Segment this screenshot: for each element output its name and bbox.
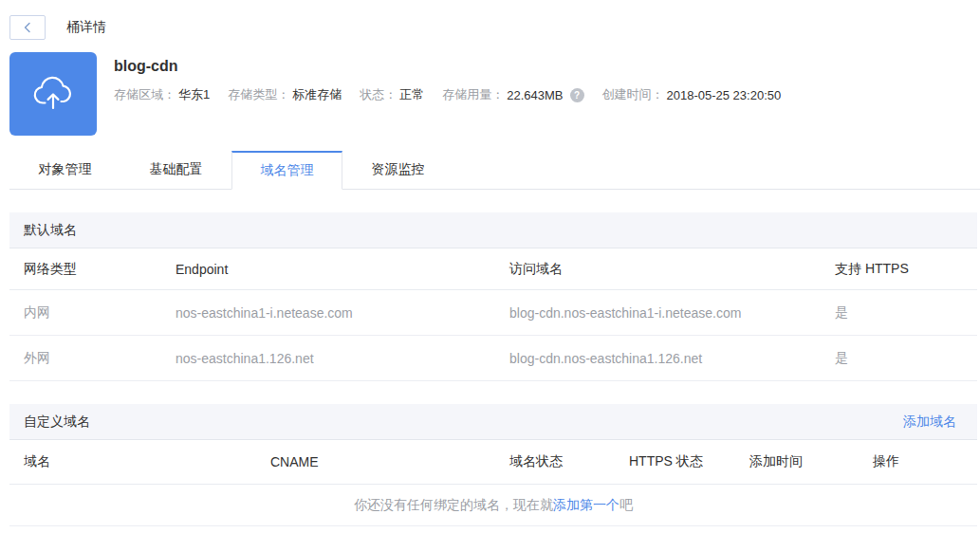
cell-https-support: 是 [835,304,977,322]
column-header-endpoint: Endpoint [176,262,509,277]
cloud-upload-icon [28,68,78,119]
info-value: 标准存储 [292,86,342,103]
tab-object-management[interactable]: 对象管理 [9,151,120,189]
back-button[interactable] [9,15,46,40]
column-header-domain: 域名 [24,453,270,470]
info-label: 存储区域： [114,86,176,103]
info-storage-usage: 存储用量： 22.643MB ? [442,86,583,103]
bucket-header: blog-cdn 存储区域： 华东1 存储类型： 标准存储 状态： 正常 存储用… [9,52,980,136]
info-value: 22.643MB [507,88,563,102]
info-value: 2018-05-25 23:20:50 [667,88,782,102]
table-row-intranet: 内网 nos-eastchina1-i.netease.com blog-cdn… [9,290,977,336]
empty-state-text-suffix: 吧 [619,497,633,514]
add-domain-link[interactable]: 添加域名 [903,414,956,431]
bucket-info: 存储区域： 华东1 存储类型： 标准存储 状态： 正常 存储用量： 22.643… [114,86,799,103]
column-header-actions: 操作 [873,453,977,470]
column-header-cname: CNAME [270,454,509,469]
empty-state-text: 你还没有任何绑定的域名，现在就 [354,497,553,514]
tab-domain-management[interactable]: 域名管理 [231,151,342,190]
info-label: 存储类型： [228,86,289,103]
bucket-head-text: blog-cdn 存储区域： 华东1 存储类型： 标准存储 状态： 正常 存储用… [114,52,799,103]
cell-access-domain: blog-cdn.nos-eastchina1-i.netease.com [509,305,835,321]
chevron-left-icon [23,22,32,33]
column-header-domain-status: 域名状态 [509,453,629,470]
custom-domain-empty-state: 你还没有任何绑定的域名，现在就添加第一个吧 [9,485,977,526]
cell-endpoint: nos-eastchina1-i.netease.com [176,305,509,321]
info-value: 华东1 [178,86,210,103]
info-label: 状态： [360,86,397,103]
cell-access-domain: blog-cdn.nos-eastchina1.126.net [509,351,835,366]
cell-https-support: 是 [835,350,977,367]
topbar: 桶详情 [0,0,980,44]
info-status: 状态： 正常 [360,86,424,103]
column-header-access-domain: 访问域名 [509,261,835,278]
info-value: 正常 [399,86,424,103]
bucket-name: blog-cdn [114,58,799,75]
cell-endpoint: nos-eastchina1.126.net [176,351,509,366]
tab-basic-config[interactable]: 基础配置 [120,151,231,189]
tab-resource-monitoring[interactable]: 资源监控 [342,151,453,189]
column-header-network-type: 网络类型 [24,261,176,278]
column-header-add-time: 添加时间 [749,453,873,470]
tabbar: 对象管理 基础配置 域名管理 资源监控 [9,151,980,190]
column-header-https-support: 支持 HTTPS [835,261,977,278]
custom-domain-table: 域名 CNAME 域名状态 HTTPS 状态 添加时间 操作 [9,440,977,485]
info-storage-type: 存储类型： 标准存储 [228,86,342,103]
info-label: 存储用量： [442,86,504,103]
default-domain-section-bar: 默认域名 [9,212,977,248]
help-icon[interactable]: ? [570,88,584,102]
page-title: 桶详情 [66,19,106,36]
info-label: 创建时间： [602,86,664,103]
default-domain-table: 网络类型 Endpoint 访问域名 支持 HTTPS 内网 nos-eastc… [9,248,977,381]
custom-domain-section-bar: 自定义域名 添加域名 [9,404,977,440]
custom-domain-table-header: 域名 CNAME 域名状态 HTTPS 状态 添加时间 操作 [9,440,977,485]
default-domain-section-title: 默认域名 [24,222,77,239]
add-first-domain-link[interactable]: 添加第一个 [553,497,619,514]
cell-network-type: 内网 [24,304,176,322]
bucket-icon [9,52,97,136]
default-domain-table-header: 网络类型 Endpoint 访问域名 支持 HTTPS [9,248,977,290]
info-created-time: 创建时间： 2018-05-25 23:20:50 [602,86,782,103]
column-header-https-status: HTTPS 状态 [629,453,749,470]
cell-network-type: 外网 [24,350,176,367]
custom-domain-section-title: 自定义域名 [24,414,90,431]
table-row-extranet: 外网 nos-eastchina1.126.net blog-cdn.nos-e… [9,336,977,381]
info-storage-region: 存储区域： 华东1 [114,86,210,103]
